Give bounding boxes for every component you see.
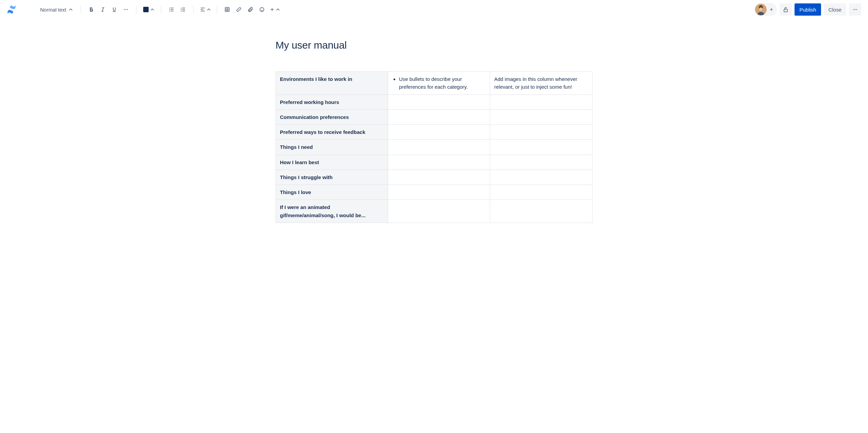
text-style-dropdown[interactable]: Normal text [38,4,76,15]
svg-point-35 [855,9,855,10]
underline-button[interactable] [109,4,120,15]
attachment-button[interactable] [245,4,256,15]
user-avatar[interactable] [755,4,767,15]
row-label-cell[interactable]: If I were an animated gif/meme/animal/so… [276,200,388,223]
row-label-cell[interactable]: Things I need [276,140,388,155]
bullet-list-button[interactable] [166,4,177,15]
row-content-cell[interactable] [388,94,490,109]
row-content-cell[interactable] [388,125,490,140]
chevron-up-icon [207,8,211,11]
row-note-cell[interactable] [490,155,592,170]
table-row: How I learn best [276,155,592,170]
svg-rect-33 [784,9,787,12]
svg-rect-8 [170,11,173,12]
text-color-button[interactable] [141,4,156,15]
svg-rect-6 [170,9,173,10]
table-row: Things I need [276,140,592,155]
italic-button[interactable] [97,4,108,15]
more-actions-button[interactable] [849,3,861,16]
publish-button[interactable]: Publish [795,3,821,16]
row-label-cell[interactable]: Things I love [276,185,388,200]
svg-point-2 [127,9,128,10]
toolbar-separator [217,5,217,14]
row-content-cell[interactable] [388,200,490,223]
row-content-cell[interactable] [388,109,490,124]
chevron-up-icon [69,8,72,11]
row-note-cell[interactable] [490,94,592,109]
row-note-cell[interactable] [490,185,592,200]
chevron-up-icon [276,8,280,11]
row-note-cell[interactable]: Add images in this column whenever relev… [490,72,592,95]
collaborators [754,3,777,16]
insert-button[interactable] [268,4,281,15]
more-formatting-button[interactable] [120,4,131,15]
svg-point-0 [124,9,124,10]
svg-point-3 [169,7,170,8]
bold-button[interactable] [86,4,97,15]
svg-point-24 [262,9,263,10]
svg-rect-14 [182,11,185,12]
toolbar-separator [81,5,81,14]
svg-point-7 [169,11,170,11]
link-button[interactable] [233,4,244,15]
svg-point-36 [856,9,857,10]
toolbar-separator [161,5,161,14]
svg-text:3: 3 [181,10,182,12]
table-row: Preferred working hours [276,94,592,109]
svg-rect-4 [170,8,173,8]
table-button[interactable] [222,4,233,15]
alignment-button[interactable] [198,4,212,15]
page-content: My user manual Environments I like to wo… [274,39,594,223]
svg-rect-12 [182,9,185,10]
row-note-cell[interactable] [490,200,592,223]
toolbar-separator [136,5,136,14]
svg-point-5 [169,9,170,10]
row-note-cell[interactable] [490,140,592,155]
text-style-label: Normal text [40,7,66,13]
row-label-cell[interactable]: Preferred ways to receive feedback [276,125,388,140]
row-content-cell[interactable] [388,140,490,155]
row-label-cell[interactable]: Communication preferences [276,109,388,124]
table-row: Preferred ways to receive feedback [276,125,592,140]
numbered-list-button[interactable]: 123 [178,4,188,15]
user-manual-table[interactable]: Environments I like to work inUse bullet… [276,71,592,223]
row-label-cell[interactable]: Preferred working hours [276,94,388,109]
svg-rect-10 [182,8,185,8]
row-content-cell[interactable]: Use bullets to describe your preferences… [388,72,490,95]
table-row: If I were an animated gif/meme/animal/so… [276,200,592,223]
table-row: Things I love [276,185,592,200]
svg-point-1 [125,9,126,10]
restrictions-button[interactable] [780,3,792,16]
row-label-cell[interactable]: How I learn best [276,155,388,170]
row-label-cell[interactable]: Things I struggle with [276,170,388,185]
table-row: Environments I like to work inUse bullet… [276,72,592,95]
svg-rect-15 [201,8,205,8]
chevron-up-icon [151,8,154,11]
svg-point-34 [853,9,854,10]
table-row: Things I struggle with [276,170,592,185]
list-item: Use bullets to describe your preferences… [399,75,486,91]
row-content-cell[interactable] [388,185,490,200]
emoji-button[interactable] [256,4,267,15]
color-swatch-icon [143,7,149,12]
close-button[interactable]: Close [824,3,846,16]
row-label-cell[interactable]: Environments I like to work in [276,72,388,95]
svg-rect-16 [201,9,203,10]
row-content-cell[interactable] [388,155,490,170]
row-note-cell[interactable] [490,125,592,140]
page-title[interactable]: My user manual [276,39,592,51]
toolbar-separator [193,5,194,14]
confluence-logo-icon [7,5,16,14]
editor-toolbar: Normal text 123 [0,0,868,19]
add-collaborator-button[interactable] [767,5,776,14]
row-note-cell[interactable] [490,109,592,124]
table-row: Communication preferences [276,109,592,124]
svg-rect-17 [201,11,205,12]
svg-point-23 [261,9,262,10]
row-content-cell[interactable] [388,170,490,185]
row-note-cell[interactable] [490,170,592,185]
